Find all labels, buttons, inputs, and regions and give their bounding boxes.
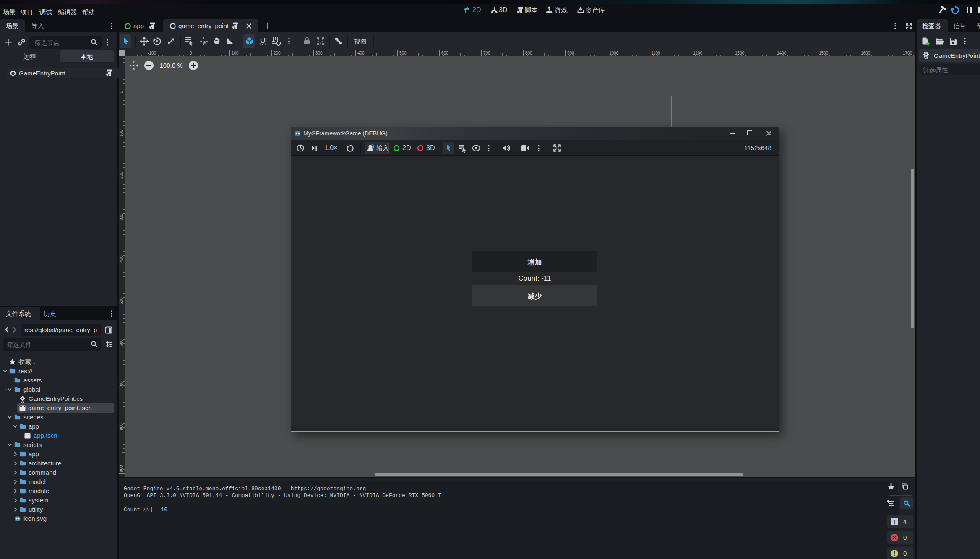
svg-text:cs: cs [21, 400, 24, 403]
svg-text:cs: cs [924, 55, 928, 59]
